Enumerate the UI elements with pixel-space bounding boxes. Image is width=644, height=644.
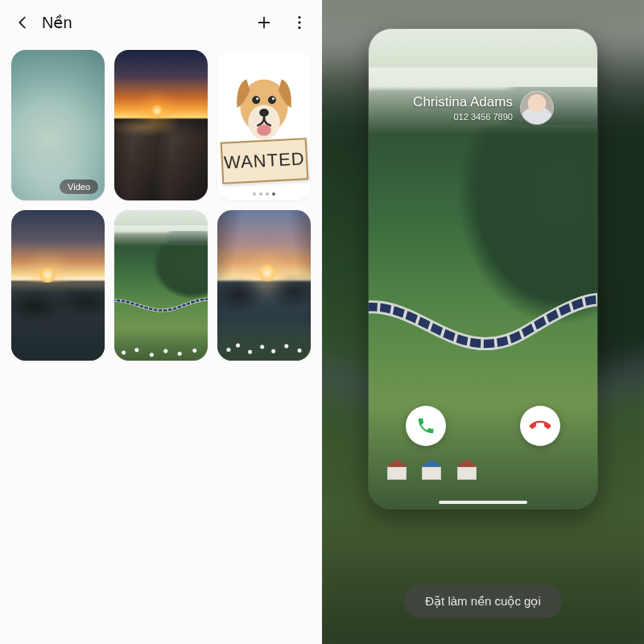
wanted-sign: WANTED (220, 138, 308, 185)
backgrounds-screen: Nền Video (0, 0, 322, 644)
call-buttons (369, 406, 597, 446)
backgrounds-grid: Video (0, 45, 322, 365)
answer-button[interactable] (406, 406, 446, 446)
set-as-call-background-button[interactable]: Đặt làm nền cuộc gọi (404, 584, 562, 618)
video-badge: Video (60, 180, 98, 194)
add-button[interactable] (248, 6, 280, 39)
svg-point-8 (268, 97, 276, 105)
device-preview: Christina Adams 012 3456 7890 (369, 29, 597, 509)
phone-accept-icon (416, 416, 436, 436)
gesture-bar (439, 501, 527, 504)
caller-info: Christina Adams 012 3456 7890 (369, 92, 597, 124)
svg-point-10 (272, 98, 275, 101)
dog-illustration (223, 56, 305, 143)
screenshot-root: Nền Video (0, 0, 644, 644)
more-button[interactable] (283, 6, 316, 39)
svg-point-2 (298, 16, 300, 19)
avatar (521, 92, 553, 124)
phone-decline-icon (530, 415, 551, 436)
wanted-text: WANTED (223, 149, 305, 174)
background-tile-2[interactable]: WANTED (217, 50, 311, 200)
plus-icon (255, 14, 273, 31)
svg-point-12 (257, 125, 271, 136)
back-arrow-icon (14, 14, 31, 31)
preview-screen: Christina Adams 012 3456 7890 Đặt làm nề… (322, 0, 644, 644)
background-tile-5[interactable] (217, 210, 311, 361)
svg-point-4 (298, 27, 300, 29)
svg-point-9 (256, 98, 258, 101)
caller-number: 012 3456 7890 (413, 112, 513, 122)
caller-name: Christina Adams (413, 94, 513, 110)
svg-point-3 (298, 21, 300, 23)
background-tile-1[interactable] (114, 50, 208, 200)
background-tile-4[interactable] (114, 210, 208, 361)
svg-point-11 (259, 109, 269, 118)
back-button[interactable] (6, 6, 39, 39)
more-vert-icon (291, 14, 308, 31)
page-title: Nền (42, 13, 248, 32)
decline-button[interactable] (520, 406, 560, 446)
svg-point-7 (252, 97, 260, 105)
topbar: Nền (0, 0, 322, 45)
background-tile-3[interactable] (11, 210, 105, 361)
background-tile-0[interactable]: Video (11, 50, 105, 200)
set-button-row: Đặt làm nền cuộc gọi (322, 584, 644, 618)
pager-dots (217, 192, 311, 196)
